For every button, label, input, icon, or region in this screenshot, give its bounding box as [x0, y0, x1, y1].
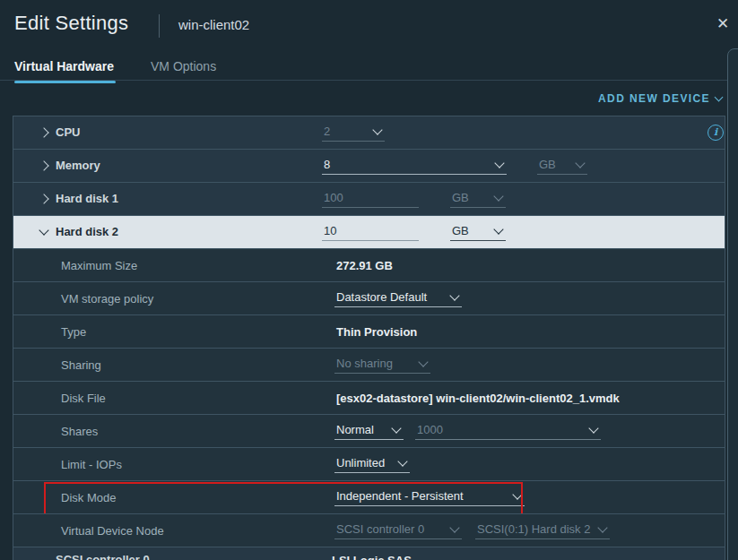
- sharing-select[interactable]: No sharing: [334, 356, 430, 374]
- row-label: VM storage policy: [61, 292, 153, 306]
- chevron-down-icon: [449, 522, 459, 532]
- row-label: Maximum Size: [61, 259, 137, 272]
- chevron-down-icon: [418, 357, 428, 366]
- row-cpu: CPU 2 i: [13, 116, 725, 149]
- chevron-down-icon: [512, 489, 522, 499]
- scrollbar[interactable]: [727, 48, 738, 560]
- chevron-down-icon: [372, 125, 382, 134]
- scsi-controller-type-value: LSI Logic SAS: [332, 554, 412, 560]
- row-label: Limit - IOPs: [61, 458, 122, 471]
- chevron-down-icon: [575, 158, 585, 168]
- virtual-hardware-table: CPU 2 i Memory 8 GB Hard disk 1 100 GB H…: [13, 116, 725, 560]
- add-new-device-label: ADD NEW DEVICE: [598, 92, 710, 105]
- row-label: Shares: [61, 425, 98, 438]
- info-icon[interactable]: i: [708, 125, 724, 141]
- row-virtual-device-node: Virtual Device Node SCSI controller 0 SC…: [13, 513, 725, 547]
- row-label: Type: [61, 325, 86, 339]
- row-shares: Shares Normal 1000: [13, 414, 725, 447]
- type-value: Thin Provision: [336, 325, 417, 339]
- chevron-right-icon[interactable]: [39, 194, 48, 203]
- chevron-down-icon: [715, 93, 724, 102]
- row-label: Memory: [56, 159, 100, 172]
- row-hard-disk-1: Hard disk 1 100 GB: [13, 182, 725, 215]
- row-label: Sharing: [61, 358, 101, 372]
- chevron-down-icon: [494, 158, 504, 168]
- chevron-down-icon: [397, 456, 407, 466]
- row-maximum-size: Maximum Size 272.91 GB: [13, 248, 725, 281]
- vm-name: win-client02: [178, 17, 249, 32]
- row-label: Disk File: [61, 392, 106, 405]
- tab-bar: Virtual Hardware VM Options: [0, 54, 727, 81]
- memory-size-combobox[interactable]: 8: [322, 157, 507, 175]
- hard-disk-1-size-input[interactable]: 100: [322, 190, 419, 208]
- scsi-node-select[interactable]: SCSI(0:1) Hard disk 2: [475, 521, 610, 539]
- hard-disk-2-size-input[interactable]: 10: [322, 223, 419, 241]
- row-disk-mode: Disk Mode Independent - Persistent: [13, 480, 725, 513]
- chevron-down-icon: [493, 224, 503, 234]
- row-hard-disk-2: Hard disk 2 10 GB: [13, 215, 725, 248]
- dialog-title: Edit Settings: [14, 12, 128, 35]
- memory-unit-select[interactable]: GB: [537, 157, 587, 175]
- row-memory: Memory 8 GB: [13, 149, 725, 182]
- chevron-right-icon[interactable]: [39, 127, 48, 137]
- hard-disk-2-unit-select[interactable]: GB: [450, 223, 506, 241]
- row-type: Type Thin Provision: [13, 314, 725, 348]
- row-label: Hard disk 1: [56, 192, 118, 205]
- row-scsi-controller-0: SCSI controller 0 LSI Logic SAS: [13, 547, 725, 560]
- hard-disk-1-unit-select[interactable]: GB: [450, 190, 506, 208]
- row-label: Disk Mode: [61, 491, 116, 504]
- chevron-down-icon: [391, 423, 401, 433]
- limit-iops-select[interactable]: Unlimited: [334, 455, 410, 473]
- row-disk-file: Disk File [esx02-datastore] win-client02…: [13, 381, 725, 414]
- tab-virtual-hardware[interactable]: Virtual Hardware: [14, 59, 114, 73]
- row-label: CPU: [56, 125, 80, 139]
- disk-mode-select[interactable]: Independent - Persistent: [334, 488, 525, 506]
- row-limit-iops: Limit - IOPs Unlimited: [13, 447, 725, 480]
- add-new-device-button[interactable]: ADD NEW DEVICE: [598, 92, 722, 105]
- row-label: SCSI controller 0: [56, 553, 150, 560]
- maximum-size-value: 272.91 GB: [336, 259, 393, 272]
- shares-value-combobox[interactable]: 1000: [415, 422, 601, 440]
- row-label: Hard disk 2: [56, 225, 118, 238]
- disk-file-value: [esx02-datastore] win-client02/win-clien…: [336, 392, 620, 405]
- row-label: Virtual Device Node: [61, 524, 164, 538]
- chevron-down-icon: [449, 290, 459, 300]
- chevron-down-icon: [493, 191, 503, 201]
- vm-storage-policy-select[interactable]: Datastore Default: [334, 289, 462, 307]
- scsi-controller-select[interactable]: SCSI controller 0: [334, 521, 462, 539]
- chevron-down-icon: [597, 522, 607, 532]
- chevron-down-icon: [588, 423, 598, 433]
- tab-vm-options[interactable]: VM Options: [151, 59, 216, 73]
- chevron-down-icon[interactable]: [39, 225, 48, 235]
- header-divider: [159, 14, 160, 38]
- chevron-right-icon[interactable]: [39, 160, 48, 170]
- cpu-count-select[interactable]: 2: [322, 124, 385, 142]
- shares-level-select[interactable]: Normal: [334, 422, 404, 440]
- row-vm-storage-policy: VM storage policy Datastore Default: [13, 281, 725, 314]
- close-icon[interactable]: ✕: [716, 14, 729, 33]
- row-sharing: Sharing No sharing: [13, 348, 725, 381]
